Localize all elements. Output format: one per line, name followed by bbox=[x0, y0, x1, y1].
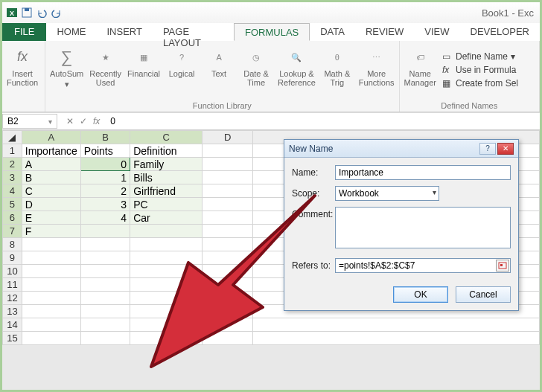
cell[interactable] bbox=[22, 265, 80, 278]
enter-formula-icon[interactable]: ✓ bbox=[80, 116, 87, 126]
undo-icon[interactable] bbox=[35, 6, 48, 19]
cell[interactable] bbox=[22, 251, 80, 265]
cell[interactable] bbox=[203, 251, 252, 265]
col-header-d[interactable]: D bbox=[203, 131, 252, 144]
cell[interactable]: A bbox=[22, 158, 80, 171]
cell[interactable]: F bbox=[22, 225, 80, 238]
cell[interactable] bbox=[203, 225, 252, 238]
cell[interactable] bbox=[80, 332, 130, 345]
row-header[interactable]: 4 bbox=[3, 184, 22, 198]
cell[interactable] bbox=[203, 305, 252, 318]
cell[interactable] bbox=[80, 318, 130, 332]
formula-input[interactable]: 0 bbox=[106, 115, 540, 128]
cell[interactable] bbox=[130, 305, 203, 318]
col-header-c[interactable]: C bbox=[130, 131, 203, 144]
name-box[interactable]: B2▾ bbox=[2, 114, 57, 129]
help-button[interactable]: ? bbox=[479, 143, 496, 155]
text-button[interactable]: AText bbox=[203, 47, 235, 78]
cell[interactable] bbox=[22, 278, 80, 292]
row-header[interactable]: 13 bbox=[3, 305, 22, 318]
row-header[interactable]: 1 bbox=[3, 144, 22, 158]
row-header[interactable]: 8 bbox=[3, 238, 22, 251]
cell[interactable] bbox=[203, 238, 252, 251]
select-all-corner[interactable]: ◢ bbox=[3, 131, 22, 144]
cell[interactable] bbox=[130, 265, 203, 278]
cell[interactable] bbox=[80, 292, 130, 305]
row-header[interactable]: 7 bbox=[3, 225, 22, 238]
redo-icon[interactable] bbox=[50, 6, 63, 19]
cell[interactable] bbox=[22, 292, 80, 305]
col-header-a[interactable]: A bbox=[22, 131, 80, 144]
tab-file[interactable]: FILE bbox=[2, 23, 46, 41]
cell[interactable]: E bbox=[22, 211, 80, 225]
date-time-button[interactable]: ◷Date & Time bbox=[240, 47, 272, 87]
chevron-down-icon[interactable]: ▾ bbox=[48, 118, 52, 126]
tab-insert[interactable]: INSERT bbox=[96, 23, 152, 41]
cell[interactable] bbox=[252, 332, 539, 345]
range-picker-button[interactable] bbox=[496, 260, 509, 271]
row-header[interactable]: 5 bbox=[3, 198, 22, 211]
cell[interactable] bbox=[80, 265, 130, 278]
row-header[interactable]: 12 bbox=[3, 292, 22, 305]
cell[interactable]: Bills bbox=[130, 171, 203, 184]
cell[interactable]: Family bbox=[130, 158, 203, 171]
close-button[interactable]: ✕ bbox=[497, 143, 514, 155]
cell[interactable] bbox=[130, 251, 203, 265]
cancel-formula-icon[interactable]: ✕ bbox=[66, 116, 74, 126]
cell[interactable] bbox=[22, 332, 80, 345]
cell[interactable] bbox=[80, 251, 130, 265]
cell[interactable] bbox=[203, 211, 252, 225]
use-in-formula-button[interactable]: fxUse in Formula bbox=[442, 65, 518, 75]
name-manager-button[interactable]: 🏷Name Manager bbox=[404, 47, 436, 87]
cell[interactable] bbox=[130, 278, 203, 292]
scope-select[interactable] bbox=[335, 186, 439, 201]
cell[interactable]: 4 bbox=[80, 211, 130, 225]
lookup-button[interactable]: 🔍Lookup & Reference bbox=[278, 47, 316, 87]
tab-review[interactable]: REVIEW bbox=[355, 23, 414, 41]
dialog-titlebar[interactable]: New Name ? ✕ bbox=[284, 140, 518, 158]
cell[interactable] bbox=[80, 238, 130, 251]
cell[interactable] bbox=[80, 278, 130, 292]
col-header-b[interactable]: B bbox=[80, 131, 130, 144]
recently-used-button[interactable]: ★Recently Used bbox=[89, 47, 121, 87]
save-icon[interactable] bbox=[20, 6, 34, 19]
autosum-button[interactable]: ∑AutoSum▾ bbox=[50, 47, 83, 89]
tab-view[interactable]: VIEW bbox=[414, 23, 459, 41]
cell[interactable]: PC bbox=[130, 198, 203, 211]
cell[interactable]: Importance bbox=[22, 144, 80, 158]
cell[interactable]: D bbox=[22, 198, 80, 211]
cell[interactable]: Car bbox=[130, 211, 203, 225]
cell[interactable] bbox=[203, 144, 252, 158]
row-header[interactable]: 14 bbox=[3, 318, 22, 332]
tab-developer[interactable]: DEVELOPER bbox=[460, 23, 540, 41]
tab-home[interactable]: HOME bbox=[46, 23, 96, 41]
cell[interactable] bbox=[203, 158, 252, 171]
cell[interactable] bbox=[130, 238, 203, 251]
cell[interactable] bbox=[203, 292, 252, 305]
comment-textarea[interactable] bbox=[335, 207, 511, 248]
insert-function-button[interactable]: fx Insert Function bbox=[7, 47, 38, 87]
cell[interactable] bbox=[22, 305, 80, 318]
cell[interactable] bbox=[22, 318, 80, 332]
name-input[interactable] bbox=[335, 165, 511, 180]
row-header[interactable]: 10 bbox=[3, 265, 22, 278]
tab-formulas[interactable]: FORMULAS bbox=[234, 23, 310, 41]
cell[interactable]: C bbox=[22, 184, 80, 198]
cell[interactable] bbox=[130, 332, 203, 345]
financial-button[interactable]: ▦Financial bbox=[127, 47, 160, 78]
active-cell[interactable]: 0 bbox=[80, 158, 130, 171]
cell[interactable] bbox=[130, 292, 203, 305]
tab-data[interactable]: DATA bbox=[310, 23, 355, 41]
chevron-down-icon[interactable]: ▾ bbox=[433, 188, 436, 196]
cell[interactable] bbox=[130, 225, 203, 238]
refers-to-input[interactable] bbox=[335, 258, 511, 273]
cell[interactable] bbox=[130, 318, 203, 332]
cell[interactable] bbox=[203, 332, 252, 345]
row-header[interactable]: 3 bbox=[3, 171, 22, 184]
cell[interactable]: Points bbox=[80, 144, 130, 158]
row-header[interactable]: 15 bbox=[3, 332, 22, 345]
fx-icon[interactable]: fx bbox=[93, 116, 100, 126]
row-header[interactable]: 11 bbox=[3, 278, 22, 292]
logical-button[interactable]: ?Logical bbox=[166, 47, 197, 78]
cell[interactable] bbox=[22, 238, 80, 251]
